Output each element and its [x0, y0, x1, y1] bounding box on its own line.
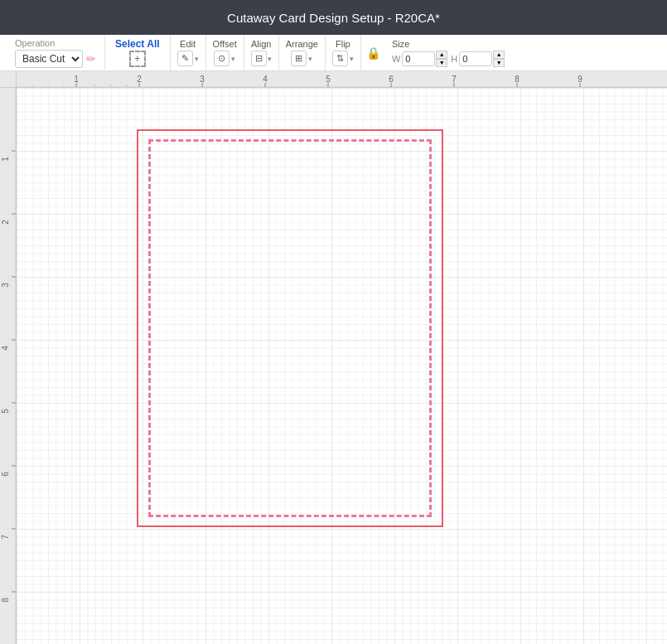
svg-text:7: 7	[1, 535, 10, 540]
svg-text:4: 4	[1, 346, 10, 351]
arrange-chevron: ▾	[308, 55, 312, 63]
width-up-btn[interactable]: ▲	[436, 51, 447, 59]
height-up-btn[interactable]: ▲	[493, 51, 505, 59]
svg-text:7: 7	[452, 75, 457, 84]
ruler-corner	[0, 71, 17, 88]
svg-text:1: 1	[74, 75, 79, 84]
svg-rect-26	[0, 88, 17, 644]
flip-chevron: ▾	[350, 55, 354, 63]
operation-group: Operation Basic Cut ✏	[7, 36, 105, 70]
title-bar: Cutaway Card Design Setup - R20CA*	[0, 0, 667, 35]
card-inner-border	[148, 139, 432, 517]
svg-text:3: 3	[1, 283, 10, 288]
offset-icon-btn[interactable]: ⊙	[214, 51, 230, 66]
size-group: Size W ▲ ▼ H ▲ ▼	[385, 35, 511, 70]
operation-label: Operation	[15, 38, 55, 48]
edit-label: Edit	[180, 39, 196, 49]
ruler-h-svg: 1 2 3 4 5 6 7 8 9	[17, 71, 667, 88]
horizontal-ruler: 1 2 3 4 5 6 7 8 9	[17, 71, 667, 88]
lock-icon[interactable]: 🔒	[361, 46, 385, 60]
offset-group: Offset ⊙ ▾	[206, 35, 244, 70]
arrange-controls: ⊞ ▾	[291, 51, 312, 66]
operation-select-row: Basic Cut ✏	[15, 50, 96, 68]
width-stepper: ▲ ▼	[436, 51, 447, 67]
flip-icon-btn[interactable]: ⇅	[332, 51, 348, 66]
height-down-btn[interactable]: ▼	[493, 59, 505, 67]
app-title: Cutaway Card Design Setup - R20CA*	[227, 11, 440, 25]
align-controls: ⊟ ▾	[251, 51, 272, 66]
select-all-label: Select All	[115, 38, 160, 50]
size-label: Size	[392, 39, 409, 49]
svg-text:4: 4	[263, 75, 268, 84]
svg-text:9: 9	[578, 75, 582, 84]
edit-chevron: ▾	[195, 55, 199, 63]
arrange-group: Arrange ⊞ ▾	[279, 35, 326, 70]
align-label: Align	[251, 39, 271, 49]
svg-text:8: 8	[515, 75, 520, 84]
align-icon-btn[interactable]: ⊟	[251, 51, 267, 66]
edit-pencil-btn[interactable]: ✎	[177, 51, 193, 66]
height-letter: H	[451, 54, 457, 64]
pencil-icon[interactable]: ✏	[86, 52, 96, 65]
svg-text:5: 5	[326, 75, 331, 84]
grid-canvas[interactable]	[17, 88, 667, 644]
width-down-btn[interactable]: ▼	[436, 59, 447, 67]
size-inputs: W ▲ ▼ H ▲ ▼	[392, 51, 505, 67]
svg-text:8: 8	[1, 598, 10, 603]
arrange-icon-btn[interactable]: ⊞	[291, 51, 307, 66]
flip-label: Flip	[336, 39, 350, 49]
edit-controls: ✎ ▾	[177, 51, 199, 66]
toolbar: Operation Basic Cut ✏ Select All + Edit …	[0, 35, 667, 71]
align-chevron: ▾	[268, 55, 272, 63]
svg-text:2: 2	[1, 220, 10, 225]
svg-text:6: 6	[389, 75, 394, 84]
select-all-icon: +	[129, 51, 146, 67]
offset-controls: ⊙ ▾	[214, 51, 235, 66]
operation-dropdown[interactable]: Basic Cut	[15, 50, 83, 68]
width-input[interactable]	[402, 51, 435, 66]
offset-label: Offset	[213, 39, 237, 49]
arrange-label: Arrange	[286, 39, 318, 49]
offset-chevron: ▾	[231, 55, 235, 63]
svg-text:6: 6	[1, 472, 10, 477]
svg-text:5: 5	[1, 409, 10, 414]
svg-text:3: 3	[200, 75, 205, 84]
height-input[interactable]	[459, 51, 492, 66]
select-all-button[interactable]: Select All +	[105, 35, 171, 70]
svg-rect-0	[17, 71, 667, 88]
height-stepper: ▲ ▼	[493, 51, 505, 67]
width-input-wrap: W ▲ ▼	[392, 51, 447, 67]
height-input-wrap: H ▲ ▼	[451, 51, 505, 67]
width-letter: W	[392, 54, 400, 64]
canvas-area[interactable]: 1 2 3 4 5 6 7 8 9	[0, 71, 667, 644]
svg-text:2: 2	[137, 75, 142, 84]
ruler-v-svg: 1 2 3 4 5 6 7 8	[0, 88, 17, 644]
vertical-ruler: 1 2 3 4 5 6 7 8	[0, 88, 17, 644]
edit-group: Edit ✎ ▾	[171, 35, 206, 70]
flip-group: Flip ⇅ ▾	[326, 35, 361, 70]
svg-text:1: 1	[1, 157, 10, 162]
align-group: Align ⊟ ▾	[244, 35, 279, 70]
design-card[interactable]	[137, 129, 443, 527]
flip-controls: ⇅ ▾	[332, 51, 354, 66]
